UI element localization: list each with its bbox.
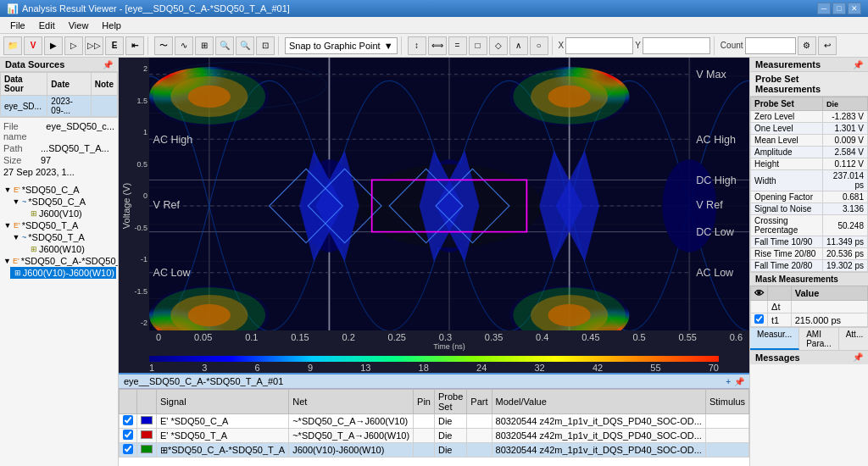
tool-open[interactable]: 📁	[3, 36, 22, 55]
minimize-button[interactable]: ─	[817, 3, 831, 14]
probe-value-7: 3.136	[823, 203, 868, 215]
menu-view[interactable]: View	[62, 19, 96, 32]
col-source: Data Sour	[1, 73, 47, 96]
svg-text:DC Low: DC Low	[696, 226, 734, 238]
file-info: File name eye_SDQ50_c... Path ...SDQ50_T…	[0, 117, 118, 182]
title-bar-left: 📊 Analysis Result Viewer - [eye__SDQ50_C…	[7, 3, 290, 14]
y-input[interactable]	[643, 37, 710, 54]
tool-arrow[interactable]: ↩	[818, 36, 837, 55]
tool-diamond[interactable]: ◇	[489, 36, 508, 55]
signal-table-scroll[interactable]: Signal Net Pin Probe Set Part Model/Valu…	[119, 389, 749, 466]
mask-check-1[interactable]	[751, 313, 768, 327]
tree-item-6[interactable]: ▼ E' *SDQ50_C_A-*SDQ50_T_A	[2, 255, 116, 267]
tool-play[interactable]: ▶	[44, 36, 63, 55]
tool-wave1[interactable]: 〜	[154, 36, 173, 55]
tree-item-7[interactable]: ⊞ J600(V10)-J600(W10)	[10, 267, 116, 279]
sig-row-1[interactable]: E' *SDQ50_T_A ~*SDQ50_T_A→J600(W10) Die …	[120, 429, 749, 443]
tool-measure[interactable]: =	[448, 36, 467, 55]
menu-edit[interactable]: Edit	[32, 19, 62, 32]
sig-net-0: ~*SDQ50_C_A→J600(V10)	[289, 414, 414, 429]
probe-value-9: 11.349 ps	[823, 236, 868, 248]
tree-item-4[interactable]: ▼ ~ *SDQ50_T_A	[10, 231, 116, 243]
mask-check-0[interactable]	[751, 301, 768, 313]
tool-play2[interactable]: ▷	[64, 36, 83, 55]
tool-zoom-out[interactable]: 🔍	[236, 36, 254, 55]
sig-check-1[interactable]	[120, 429, 137, 443]
svg-text:V Max: V Max	[696, 69, 726, 80]
sig-check-0[interactable]	[120, 414, 137, 429]
probe-name-0: Zero Level	[751, 111, 823, 123]
tool-e1[interactable]: E	[105, 36, 124, 55]
x-input[interactable]	[565, 37, 633, 54]
sig-pin-btn[interactable]: 📌	[734, 377, 744, 386]
right-panel: Measurements 📌 Probe Set Measurements Pr…	[749, 58, 868, 466]
probe-value-8: 50.248	[823, 215, 868, 236]
tree-item-1[interactable]: ▼ ~ *SDQ50_C_A	[10, 196, 116, 208]
ds-row[interactable]: eye_SD... 2023-09-...	[1, 96, 118, 117]
sig-part-1	[467, 429, 492, 443]
tool-settings[interactable]: ⚙	[798, 36, 816, 55]
y-label-neg1.5: -1.5	[134, 287, 147, 296]
sig-row-0[interactable]: E' *SDQ50_C_A ~*SDQ50_C_A→J600(V10) Die …	[120, 414, 749, 429]
snap-dropdown[interactable]: Snap to Graphic Point ▼	[285, 37, 398, 54]
tree-item-5[interactable]: ⊞ J600(W10)	[19, 243, 116, 255]
probe-name-7: Signal to Noise	[751, 203, 823, 215]
eye-diagram-svg: V Max AC High V Ref AC Low V Min DC High…	[149, 58, 749, 354]
sig-row-2[interactable]: ⊞*SDQ50_C_A-*SDQ50_T_A J600(V10)-J600(W1…	[120, 443, 749, 458]
close-button[interactable]: ✕	[848, 3, 861, 14]
sig-part-0	[467, 414, 492, 429]
sig-probe-1: Die	[434, 429, 466, 443]
file-date-row: 27 Sep 2023, 1...	[3, 167, 114, 177]
maximize-button[interactable]: □	[832, 3, 846, 14]
tool-zoom-in[interactable]: 🔍	[215, 36, 234, 55]
tool-cursor2[interactable]: ⟺	[428, 36, 447, 55]
tool-cursor1[interactable]: ↕	[408, 36, 426, 55]
sig-part-2	[467, 443, 492, 458]
menu-help[interactable]: Help	[95, 19, 128, 32]
tab-ami[interactable]: AMI Para...	[799, 328, 838, 350]
count-input[interactable]	[745, 37, 796, 54]
ds-note	[91, 96, 117, 117]
tool-e2[interactable]: ⇤	[125, 36, 144, 55]
tab-att[interactable]: Att...	[839, 328, 868, 350]
probe-name-10: Rise Time 20/80	[751, 248, 823, 260]
tool-wave2[interactable]: ∿	[175, 36, 193, 55]
measurements-header: Measurements 📌	[750, 58, 868, 72]
mask-measurements-section: Mask Measurements 👁 Value Δt	[750, 272, 868, 327]
tree-item-0[interactable]: ▼ E' *SDQ50_C_A	[2, 184, 116, 196]
col-check	[120, 390, 137, 414]
panel-pin-button[interactable]: 📌	[103, 60, 113, 69]
tree-item-2[interactable]: ⊞ J600(V10)	[19, 208, 116, 219]
tool-v[interactable]: V	[24, 36, 42, 55]
sig-pin-0	[414, 414, 435, 429]
svg-text:AC High: AC High	[153, 134, 193, 146]
waveform-area[interactable]: 2 1.5 1 0.5 0 -0.5 -1 -1.5 -2 Voltage (V…	[119, 58, 749, 354]
messages-pin[interactable]: 📌	[853, 352, 863, 363]
tool-wave3[interactable]: ∧	[509, 36, 528, 55]
file-path-label: Path	[3, 143, 37, 153]
time-axis: 0 0.05 0.1 0.15 0.2 0.25 0.3 0.35 0.4 0.…	[149, 330, 749, 354]
title-bar: 📊 Analysis Result Viewer - [eye__SDQ50_C…	[0, 0, 868, 17]
meas-pin-btn[interactable]: 📌	[853, 60, 863, 69]
tool-zoom-fit[interactable]: ⊡	[256, 36, 275, 55]
sig-net-1: ~*SDQ50_T_A→J600(W10)	[289, 429, 414, 443]
probe-name-4: Height	[751, 158, 823, 170]
sig-add-btn[interactable]: +	[726, 377, 731, 386]
svg-text:V Ref: V Ref	[153, 200, 181, 212]
probe-table-scroll[interactable]: Probe Set Die Zero Level -1.283 V One Le…	[750, 97, 868, 272]
probe-col-name: Probe Set	[751, 97, 823, 111]
col-part: Part	[467, 390, 492, 414]
tool-box[interactable]: □	[469, 36, 487, 55]
toolbar: 📁 V ▶ ▷ ▷▷ E ⇤ 〜 ∿ ⊞ 🔍 🔍 ⊡ Snap to Graph…	[0, 34, 868, 58]
tree-item-3[interactable]: ▼ E' *SDQ50_T_A	[2, 219, 116, 231]
menu-file[interactable]: File	[3, 19, 32, 32]
title-bar-controls: ─ □ ✕	[817, 3, 861, 14]
sig-stim-0	[705, 414, 748, 429]
tool-ff[interactable]: ▷▷	[85, 36, 103, 55]
mask-col-eye: 👁	[751, 286, 768, 301]
tab-measur[interactable]: Measur...	[750, 328, 799, 350]
tool-circle[interactable]: ○	[530, 36, 548, 55]
tool-table[interactable]: ⊞	[195, 36, 214, 55]
file-date-value: 27 Sep 2023, 1...	[3, 167, 75, 177]
sig-check-2[interactable]	[120, 443, 137, 458]
